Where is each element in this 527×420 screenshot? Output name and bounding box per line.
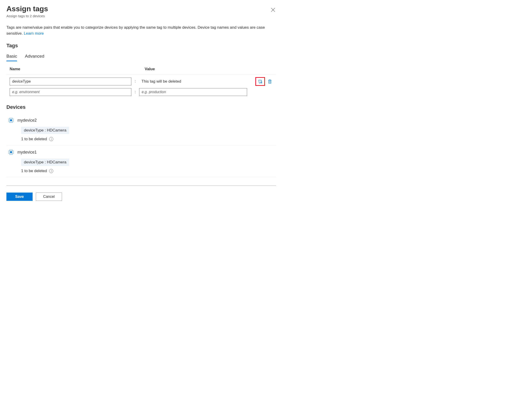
colon-separator: : — [134, 90, 136, 94]
undo-delete-tag-button[interactable] — [257, 78, 264, 85]
device-tag-pill: deviceType : HDCamera — [21, 159, 69, 166]
tag-value-text-0: This tag will be deleted — [139, 79, 247, 84]
svg-rect-1 — [10, 119, 12, 121]
description-body: Tags are name/value pairs that enable yo… — [6, 25, 265, 36]
close-button[interactable] — [270, 7, 276, 13]
column-name: Name — [10, 67, 145, 71]
svg-rect-15 — [10, 151, 12, 153]
tab-advanced[interactable]: Advanced — [25, 54, 44, 61]
cancel-button[interactable]: Cancel — [36, 193, 62, 201]
colon-separator: : — [134, 79, 136, 84]
delete-tag-button[interactable] — [267, 78, 273, 85]
tag-undo-icon — [257, 79, 263, 84]
undo-delete-highlight — [255, 77, 265, 86]
tag-name-input-new[interactable] — [10, 88, 131, 96]
close-icon — [271, 8, 275, 12]
chip-icon — [8, 149, 14, 155]
info-icon[interactable]: i — [49, 169, 53, 173]
tab-basic[interactable]: Basic — [6, 54, 17, 61]
device-name: mydevice1 — [17, 150, 37, 155]
trash-icon — [267, 79, 272, 84]
tag-row-new: : — [6, 86, 276, 96]
device-tag-pill: deviceType : HDCamera — [21, 127, 69, 134]
info-icon[interactable]: i — [49, 137, 53, 141]
delete-note-text: 1 to be deleted — [21, 137, 47, 141]
description-text: Tags are name/value pairs that enable yo… — [6, 25, 276, 36]
column-headers: Name Value — [6, 67, 276, 75]
page-subtitle: Assign tags to 2 devices — [6, 14, 48, 18]
devices-heading: Devices — [6, 104, 276, 110]
tag-name-input-0[interactable] — [10, 77, 131, 85]
tabs: Basic Advanced — [6, 54, 276, 61]
tags-heading: Tags — [6, 43, 276, 49]
device-delete-note: 1 to be deleted i — [21, 169, 275, 173]
device-item: mydevice1 deviceType : HDCamera 1 to be … — [6, 145, 276, 177]
device-name: mydevice2 — [17, 118, 37, 123]
page-title: Assign tags — [6, 5, 48, 13]
chip-icon — [8, 117, 14, 123]
device-delete-note: 1 to be deleted i — [21, 137, 275, 141]
learn-more-link[interactable]: Learn more — [24, 31, 44, 36]
save-button[interactable]: Save — [6, 193, 33, 201]
column-value: Value — [145, 67, 273, 71]
delete-note-text: 1 to be deleted — [21, 169, 47, 173]
device-item: mydevice2 deviceType : HDCamera 1 to be … — [6, 113, 276, 145]
tag-row-0: : This tag will be deleted — [6, 75, 276, 86]
tag-value-input-new[interactable] — [139, 88, 247, 96]
